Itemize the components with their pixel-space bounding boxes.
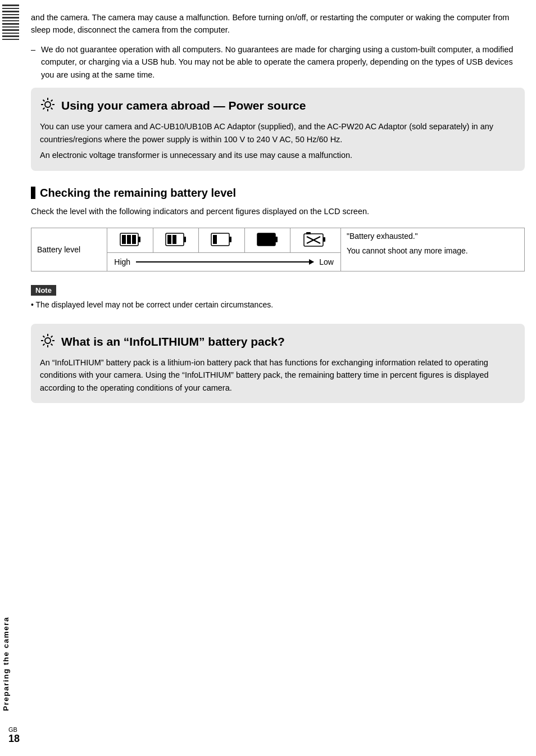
- tip-box-1-body-p1: You can use your camera and AC-UB10/UB10…: [40, 120, 515, 146]
- sidebar-line: [2, 26, 19, 28]
- tip-box-infolithium: What is an “InfoLITHIUM” battery pack? A…: [31, 324, 525, 403]
- svg-line-6: [51, 108, 53, 110]
- svg-line-5: [43, 100, 45, 102]
- low-label: Low: [319, 257, 334, 266]
- note-box: Note • The displayed level may not be co…: [31, 285, 525, 311]
- tip-icon-1: [40, 97, 56, 115]
- battery-icon-full: [107, 228, 153, 253]
- svg-rect-21: [257, 233, 275, 246]
- svg-rect-20: [213, 235, 217, 244]
- battery-icons-row: Battery level: [31, 228, 525, 253]
- svg-rect-15: [184, 237, 186, 242]
- battery-icon-low: [199, 228, 244, 253]
- battery-icon-exhausted: [290, 228, 341, 253]
- sidebar: Preparing the camera: [0, 0, 21, 756]
- svg-point-28: [45, 338, 51, 343]
- battery-exhausted-svg: [303, 232, 328, 247]
- sidebar-lines: [2, 4, 19, 40]
- sidebar-line: [2, 29, 19, 31]
- tip-icon-2: [40, 333, 56, 351]
- sun-icon: [40, 97, 56, 112]
- cannot-shoot-text: You cannot shoot any more image.: [347, 245, 519, 257]
- main-content: and the camera. The camera may cause a m…: [31, 0, 525, 403]
- svg-rect-27: [306, 232, 311, 234]
- sidebar-line: [2, 14, 19, 16]
- arrow-line: [136, 261, 314, 262]
- high-label: High: [114, 257, 130, 266]
- page-number: 18: [8, 733, 20, 745]
- tip-box-1-body: You can use your camera and AC-UB10/UB10…: [40, 120, 515, 161]
- tip-box-1-body-p2: An electronic voltage transformer is unn…: [40, 149, 515, 161]
- battery-icon-medium: [153, 228, 198, 253]
- battery-label-cell: Battery level: [31, 228, 107, 271]
- battery-arrow-cell: High Low: [107, 253, 341, 271]
- battery-level-table: Battery level: [31, 228, 525, 271]
- sidebar-line: [2, 23, 19, 25]
- svg-line-34: [51, 344, 53, 346]
- svg-rect-10: [138, 237, 140, 242]
- note-text: • The displayed level may not be correct…: [31, 299, 525, 311]
- tip-box-power-source: Using your camera abroad — Power source …: [31, 88, 525, 170]
- svg-line-8: [43, 108, 45, 110]
- battery-full-svg: [120, 233, 141, 246]
- page-lang: GB: [8, 726, 20, 733]
- tip-box-2-body: An “InfoLITHIUM” battery pack is a lithi…: [40, 356, 515, 394]
- svg-point-0: [45, 102, 51, 107]
- svg-line-35: [51, 336, 53, 337]
- svg-rect-13: [132, 235, 136, 244]
- tip-box-2-header: What is an “InfoLITHIUM” battery pack?: [40, 333, 515, 351]
- note-label: Note: [31, 285, 56, 296]
- sidebar-line: [2, 4, 19, 6]
- svg-rect-19: [229, 237, 231, 242]
- battery-icon-full-black: [244, 228, 290, 253]
- svg-rect-16: [167, 235, 171, 244]
- sidebar-vertical-text: Preparing the camera: [2, 617, 10, 711]
- svg-rect-22: [275, 237, 278, 242]
- arrow-line-container: High Low: [114, 257, 334, 266]
- svg-rect-11: [122, 235, 126, 244]
- tip-box-2-title: What is an “InfoLITHIUM” battery pack?: [61, 335, 285, 348]
- sidebar-line: [2, 11, 19, 12]
- sidebar-line: [2, 35, 19, 37]
- svg-rect-24: [323, 237, 325, 242]
- sun-icon-2: [40, 333, 56, 348]
- bullet-text-1: We do not guarantee operation with all c…: [41, 43, 525, 81]
- section-heading-text: Checking the remaining battery level: [40, 187, 236, 200]
- page-footer: GB 18: [8, 726, 20, 745]
- svg-line-7: [51, 100, 53, 102]
- battery-full-black-svg: [257, 233, 278, 246]
- heading-bar: [31, 187, 35, 199]
- section-subtext: Check the level with the following indic…: [31, 205, 525, 218]
- battery-medium-svg: [165, 233, 187, 246]
- sidebar-line: [2, 8, 19, 10]
- sidebar-line: [2, 39, 19, 40]
- svg-rect-12: [127, 235, 131, 244]
- tip-box-1-title: Using your camera abroad — Power source: [61, 99, 306, 112]
- intro-paragraph-1: and the camera. The camera may cause a m…: [31, 11, 525, 37]
- sidebar-line: [2, 20, 19, 22]
- bullet-item-1: – We do not guarantee operation with all…: [31, 43, 525, 81]
- sidebar-line: [2, 17, 19, 19]
- tip-box-header: Using your camera abroad — Power source: [40, 97, 515, 115]
- battery-exhausted-label: "Battery exhausted.": [347, 232, 519, 241]
- sidebar-line: [2, 33, 19, 34]
- battery-low-svg: [211, 233, 232, 246]
- svg-rect-17: [172, 235, 176, 244]
- svg-line-33: [43, 336, 45, 337]
- battery-exhausted-text-cell: "Battery exhausted." You cannot shoot an…: [340, 228, 524, 271]
- bullet-dash: –: [31, 43, 41, 81]
- svg-line-36: [43, 344, 45, 346]
- section-heading-battery: Checking the remaining battery level: [31, 187, 525, 200]
